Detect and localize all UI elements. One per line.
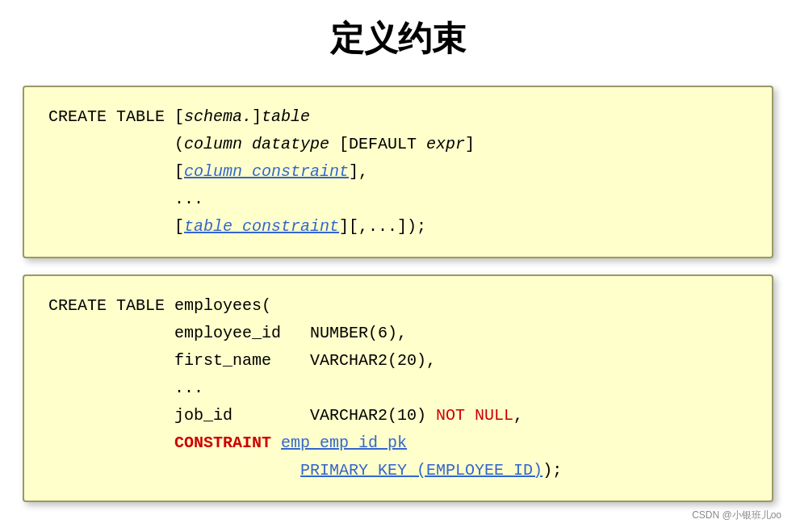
watermark: CSDN @小银班儿oo — [692, 509, 781, 522]
ex-line-3: first_name VARCHAR2(20), — [48, 347, 748, 375]
ex-line-2: employee_id NUMBER(6), — [48, 320, 748, 347]
ex-line-4: ... — [48, 375, 748, 402]
code-line-4: ... — [48, 186, 748, 213]
code-line-5: [table_constraint][,...]); — [48, 213, 748, 241]
code-box-syntax: CREATE TABLE [schema.]table (column data… — [23, 86, 773, 258]
ex-line-5: job_id VARCHAR2(10) NOT NULL, — [48, 402, 748, 429]
ex-line-1: CREATE TABLE employees( — [48, 292, 748, 320]
ex-line-7: PRIMARY KEY (EMPLOYEE_ID)); — [48, 457, 748, 484]
code-line-1: CREATE TABLE [schema.]table — [48, 103, 748, 131]
code-box-example: CREATE TABLE employees( employee_id NUMB… — [23, 274, 773, 502]
code-line-3: [column_constraint], — [48, 158, 748, 186]
page-title: 定义约束 — [330, 16, 466, 61]
code-line-2: (column datatype [DEFAULT expr] — [48, 131, 748, 158]
ex-line-6: CONSTRAINT emp_emp_id_pk — [48, 429, 748, 457]
